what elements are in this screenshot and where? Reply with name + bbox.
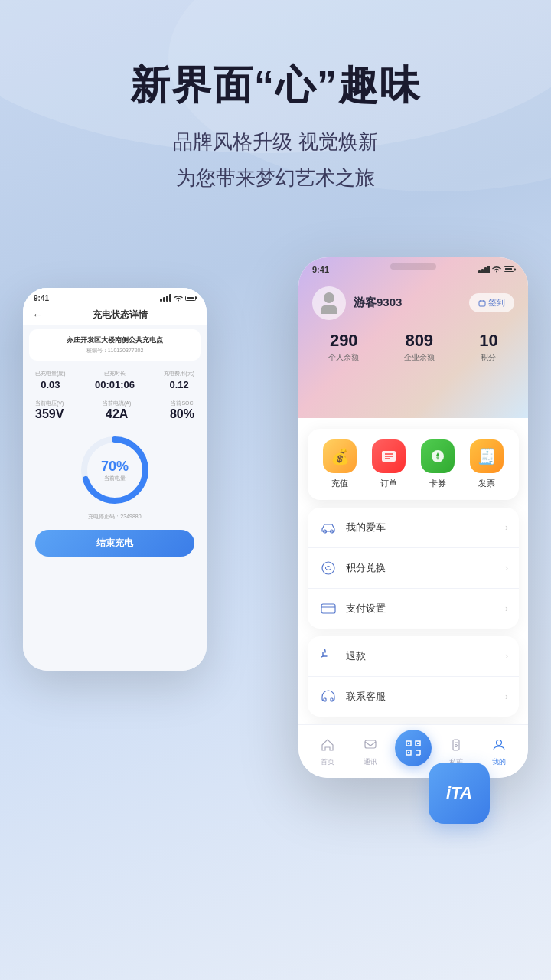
svg-rect-18: [331, 698, 333, 701]
calendar-icon: [478, 299, 486, 307]
location-name: 亦庄开发区大楼南侧公共充电点: [37, 335, 193, 345]
invoice-label: 发票: [478, 478, 495, 489]
ita-badge: iTA: [429, 763, 490, 824]
balance-points-label: 积分: [479, 352, 497, 363]
points-text: 积分兑换: [346, 561, 505, 575]
stat-duration-label: 已充时长: [95, 370, 135, 377]
wifi-icon: [174, 295, 183, 302]
stat-current-value: 42A: [103, 407, 131, 421]
refund-text: 退款: [346, 649, 505, 663]
ita-label: iTA: [446, 783, 472, 803]
gauge-text: 70% 当前电量: [101, 458, 129, 482]
charging-stats-row2: 当前电压(V) 359V 当前电流(A) 42A 当前SOC 80%: [23, 397, 207, 424]
balance-enterprise-amount: 809: [404, 331, 435, 351]
user-name: 游客9303: [354, 296, 469, 310]
nav-home[interactable]: 首页: [306, 735, 349, 767]
svg-point-14: [322, 562, 334, 574]
svg-rect-25: [417, 743, 419, 744]
charging-stats-row1: 已充电量(度) 0.03 已充时长 00:01:06 充电费用(元) 0.12: [23, 365, 207, 395]
message-svg-icon: [364, 738, 377, 752]
coupon-icon: [421, 439, 455, 473]
right-phone: 9:41: [298, 257, 528, 778]
recharge-icon: 💰: [323, 439, 357, 473]
profile-icon: [489, 735, 509, 755]
stat-fee: 充电费用(元) 0.12: [164, 370, 194, 390]
stat-duration-value: 00:01:06: [95, 379, 135, 390]
phones-container: 9:41: [0, 242, 551, 870]
payment-arrow-icon: ›: [505, 603, 508, 614]
page-container: 新界面“心”趣味 品牌风格升级 视觉焕新 为您带来梦幻艺术之旅 9:41: [0, 0, 551, 870]
stat-current: 当前电流(A) 42A: [103, 400, 131, 421]
bottom-nav: 首页 通讯: [298, 724, 528, 778]
menu-item-points[interactable]: 积分兑换 ›: [308, 548, 519, 589]
subtitle-line2: 为您带来梦幻艺术之旅: [31, 160, 520, 196]
balance-personal-amount: 290: [328, 331, 359, 351]
mycar-text: 我的爱车: [346, 521, 505, 534]
stat-current-label: 当前电流(A): [103, 400, 131, 407]
nav-title: 充电状态详情: [43, 309, 197, 322]
left-phone: 9:41: [23, 288, 207, 671]
nav-messages-label: 通讯: [364, 757, 377, 767]
service-svg-icon: [321, 689, 336, 704]
main-title: 新界面“心”趣味: [31, 61, 520, 109]
svg-point-32: [455, 745, 458, 747]
scan-button[interactable]: [395, 730, 432, 766]
stat-kwh: 已充电量(度) 0.03: [35, 370, 66, 390]
menu-group1: 我的爱车 › 积分兑换 ›: [308, 508, 519, 629]
balance-points-amount: 10: [479, 331, 497, 351]
right-status-icons: [478, 266, 514, 273]
nav-scan[interactable]: [392, 730, 435, 773]
refund-svg-icon: [321, 649, 335, 663]
arrow-icon: ›: [505, 522, 508, 533]
quick-actions: 💰 充值 订单: [308, 429, 519, 500]
end-charge-button[interactable]: 结束充电: [35, 530, 194, 557]
stat-kwh-value: 0.03: [35, 379, 66, 390]
action-invoice[interactable]: 🧾 发票: [470, 439, 504, 489]
balance-row: 290 个人余额 809 企业余额 10 积分: [298, 320, 528, 363]
points-icon: [318, 558, 338, 578]
svg-rect-20: [365, 740, 376, 748]
action-order[interactable]: 订单: [372, 439, 406, 489]
compass-icon: [429, 448, 446, 465]
location-code: 桩编号：110120377202: [37, 347, 193, 354]
pile-svg-icon: [449, 738, 463, 752]
menu-item-mycar[interactable]: 我的爱车 ›: [308, 508, 519, 548]
right-phone-header: 9:41: [298, 257, 528, 418]
right-signal-icon: [478, 266, 490, 273]
nav-profile[interactable]: 我的: [478, 735, 520, 767]
right-battery-icon: [504, 266, 514, 272]
back-arrow-icon[interactable]: ←: [32, 309, 43, 321]
svg-rect-15: [321, 604, 335, 613]
menu-item-refund[interactable]: 退款 ›: [308, 636, 519, 677]
invoice-icon: 🧾: [470, 439, 504, 473]
menu-item-service[interactable]: 联系客服 ›: [308, 677, 519, 717]
action-recharge[interactable]: 💰 充值: [323, 439, 357, 489]
balance-enterprise-label: 企业余额: [404, 352, 435, 363]
sub-title: 品牌风格升级 视觉焕新 为您带来梦幻艺术之旅: [31, 124, 520, 196]
svg-rect-17: [324, 698, 326, 701]
sign-in-button[interactable]: 签到: [469, 293, 514, 312]
refund-icon: [318, 646, 338, 666]
balance-enterprise: 809 企业余额: [404, 331, 435, 363]
right-wifi-icon: [492, 266, 501, 273]
right-status-time: 9:41: [312, 265, 329, 274]
nav-messages[interactable]: 通讯: [349, 735, 392, 767]
left-phone-status-bar: 9:41: [23, 288, 207, 305]
menu-item-payment[interactable]: 支付设置 ›: [308, 589, 519, 629]
stat-duration: 已充时长 00:01:06: [95, 370, 135, 390]
service-arrow-icon: ›: [505, 691, 508, 702]
nav-home-label: 首页: [321, 757, 334, 767]
menu-group2: 退款 › 联系客服 ›: [308, 636, 519, 717]
gauge-circle: 70% 当前电量: [77, 432, 153, 508]
ticket-icon: [380, 448, 397, 465]
stop-code: 充电停止码：2349880: [23, 513, 207, 521]
nav-profile-label: 我的: [492, 757, 506, 767]
recharge-label: 充值: [331, 478, 348, 489]
message-icon: [360, 735, 380, 755]
car-svg-icon: [321, 521, 336, 534]
balance-personal-label: 个人余额: [328, 352, 359, 363]
action-coupon[interactable]: 卡券: [421, 439, 455, 489]
stat-kwh-label: 已充电量(度): [35, 370, 66, 377]
refund-arrow-icon: ›: [505, 651, 508, 662]
left-status-time: 9:41: [34, 294, 49, 302]
